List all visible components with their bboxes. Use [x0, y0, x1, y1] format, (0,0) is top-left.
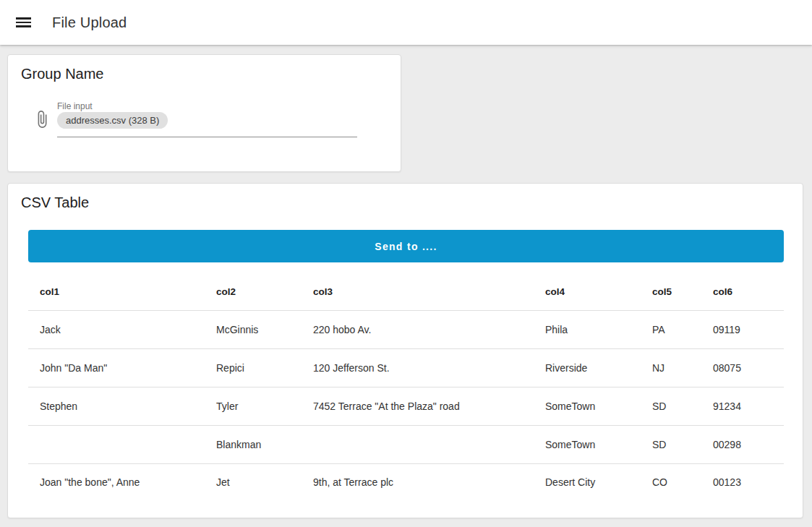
column-header-col1: col1 [28, 274, 205, 310]
table-cell: John "Da Man" [28, 348, 205, 387]
table-row: StephenTyler7452 Terrace "At the Plaza" … [28, 387, 784, 425]
table-cell: Desert City [534, 463, 641, 501]
table-cell: 9th, at Terrace plc [302, 463, 534, 501]
table-cell: 7452 Terrace "At the Plaza" road [302, 387, 534, 425]
column-header-col6: col6 [701, 274, 784, 310]
table-cell: 00298 [701, 425, 784, 463]
file-input-content: File input addresses.csv (328 B) [57, 102, 357, 137]
paperclip-icon [33, 108, 51, 130]
table-cell: 220 hobo Av. [302, 310, 534, 348]
file-input-underline [57, 137, 357, 137]
table-cell: Joan "the bone", Anne [28, 463, 205, 501]
card-title-group-name: Group Name [8, 55, 401, 84]
table-cell: PA [641, 310, 701, 348]
column-header-col4: col4 [534, 274, 641, 310]
card-title-csv-table: CSV Table [8, 184, 803, 213]
table-cell [28, 425, 205, 463]
table-header-row: col1col2col3col4col5col6 [28, 274, 784, 310]
column-header-col3: col3 [302, 274, 534, 310]
table-cell: SomeTown [534, 425, 641, 463]
table-cell: Jet [205, 463, 302, 501]
table-cell [302, 425, 534, 463]
table-cell: Tyler [205, 387, 302, 425]
page-content: Group Name File input addresses.csv (328… [0, 45, 812, 518]
table-cell: Repici [205, 348, 302, 387]
table-cell: 00123 [701, 463, 784, 501]
table-cell: 08075 [701, 348, 784, 387]
table-row: BlankmanSomeTownSD00298 [28, 425, 784, 463]
table-cell: Phila [534, 310, 641, 348]
menu-button[interactable] [16, 14, 33, 31]
table-cell: Blankman [205, 425, 302, 463]
table-cell: 120 Jefferson St. [302, 348, 534, 387]
table-cell: Riverside [534, 348, 641, 387]
table-row: JackMcGinnis220 hobo Av.PhilaPA09119 [28, 310, 784, 348]
column-header-col5: col5 [641, 274, 701, 310]
table-cell: 09119 [701, 310, 784, 348]
csv-table-card: CSV Table Send to .... col1col2col3col4c… [7, 183, 803, 518]
table-cell: SD [641, 387, 701, 425]
table-cell: CO [641, 463, 701, 501]
table-cell: NJ [641, 348, 701, 387]
column-header-col2: col2 [205, 274, 302, 310]
table-cell: McGinnis [205, 310, 302, 348]
hamburger-menu-icon [16, 17, 31, 20]
table-cell: 91234 [701, 387, 784, 425]
selected-file-chip[interactable]: addresses.csv (328 B) [57, 112, 168, 129]
table-cell: SD [641, 425, 701, 463]
table-cell: SomeTown [534, 387, 641, 425]
table-row: John "Da Man"Repici120 Jefferson St.Rive… [28, 348, 784, 387]
table-cell: Jack [28, 310, 205, 348]
table-cell: Stephen [28, 387, 205, 425]
send-to-button[interactable]: Send to .... [28, 230, 784, 262]
csv-table: col1col2col3col4col5col6 JackMcGinnis220… [28, 274, 784, 501]
app-bar: File Upload [0, 0, 812, 45]
group-name-card: Group Name File input addresses.csv (328… [7, 54, 401, 172]
file-input[interactable]: File input addresses.csv (328 B) [33, 102, 401, 137]
file-input-label: File input [57, 102, 357, 111]
table-body: JackMcGinnis220 hobo Av.PhilaPA09119John… [28, 310, 784, 501]
table-row: Joan "the bone", AnneJet9th, at Terrace … [28, 463, 784, 501]
page-title: File Upload [52, 14, 127, 31]
